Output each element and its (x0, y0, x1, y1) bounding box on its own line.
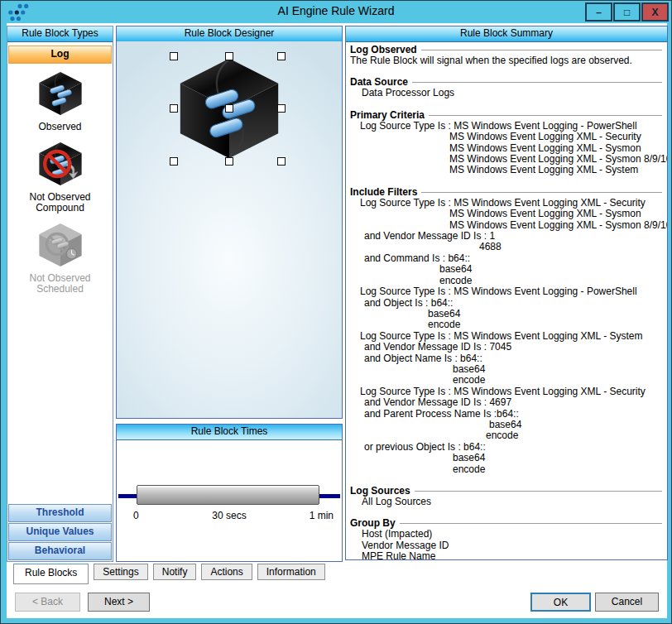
wizard-tabs: Rule Blocks Settings Notify Actions Info… (13, 564, 325, 584)
maximize-button[interactable]: □ (613, 2, 641, 22)
rule-block-summary-panel: Rule Block Summary Log ObservedThe Rule … (345, 26, 668, 560)
time-tick-1min: 1 min (310, 510, 334, 521)
summary-section-title: Include Filters (350, 187, 662, 198)
log-not-observed-scheduled-cube-icon (36, 221, 84, 269)
selection-handle-top-center[interactable] (225, 52, 233, 60)
summary-line: Data Processor Logs (350, 88, 662, 98)
summary-line: Host (Impacted) (350, 529, 662, 540)
type-item-observed[interactable]: Observed (22, 70, 98, 132)
summary-line: MS Windows Event Logging XML - System (350, 165, 662, 175)
designer-canvas[interactable] (117, 41, 342, 418)
summary-line: and Vendor Message ID Is : 1 (350, 231, 662, 242)
type-item-label: Not Observed Compound (22, 192, 98, 214)
threshold-group-button[interactable]: Threshold (8, 504, 112, 522)
minimize-button[interactable]: – (585, 2, 612, 22)
summary-line: base64 (350, 264, 662, 275)
summary-line: and Object Name Is : b64:: (350, 353, 662, 364)
rule-block-types-panel: Rule Block Types Log Observed Not Observ… (7, 26, 113, 562)
summary-line: Log Source Type Is : MS Windows Event Lo… (350, 198, 662, 209)
summary-section: Log SourcesAll Log Sources (350, 486, 662, 507)
type-item-not-observed-compound[interactable]: Not Observed Compound (22, 140, 98, 214)
summary-line: encode (350, 464, 662, 475)
summary-line: and Parent Process Name Is :b64:: (350, 409, 662, 420)
summary-line: MS Windows Event Logging XML - Sysmon (350, 143, 662, 154)
time-slider-range-bar[interactable] (137, 485, 319, 505)
tab-information[interactable]: Information (257, 564, 325, 580)
summary-section: Include FiltersLog Source Type Is : MS W… (350, 187, 662, 475)
type-item-label: Not Observed Scheduled (22, 273, 98, 295)
rule-block-designer-header: Rule Block Designer (117, 26, 342, 42)
rule-block-times-panel: Rule Block Times 0 30 secs 1 min (116, 424, 343, 562)
selection-handle-bottom-center[interactable] (225, 157, 233, 166)
summary-line: and Command Is : b64:: (350, 253, 662, 264)
summary-line: and Vendor Message ID Is : 4697 (350, 397, 662, 408)
summary-line: MS Windows Event Logging XML - Sysmon 8/… (350, 220, 662, 231)
summary-line: and Object Is : b64:: (350, 298, 662, 309)
type-item-label: Observed (22, 122, 98, 132)
selection-handle-top-right[interactable] (277, 52, 286, 60)
selection-handle-bottom-left[interactable] (170, 157, 178, 166)
log-observed-cube-icon (36, 70, 84, 118)
selection-handle-middle-left[interactable] (170, 104, 178, 113)
selection-handle-middle-center[interactable] (225, 104, 233, 113)
selection-handle-top-left[interactable] (170, 52, 178, 60)
summary-line: All Log Sources (350, 497, 662, 507)
tab-rule-blocks[interactable]: Rule Blocks (13, 564, 89, 584)
ai-engine-rule-wizard-window: AI Engine Rule Wizard – □ X Rule Block T… (0, 0, 672, 624)
selection-handle-bottom-right[interactable] (277, 157, 286, 166)
summary-line: base64 (350, 420, 662, 430)
summary-line: Vendor Message ID (350, 540, 662, 551)
title-bar: AI Engine Rule Wizard – □ X (1, 1, 671, 23)
summary-section: Log ObservedThe Rule Block will signal w… (350, 45, 662, 66)
unique-values-group-button[interactable]: Unique Values (8, 523, 112, 541)
summary-line: encode (350, 319, 662, 330)
summary-line: The Rule Block will signal when the spec… (350, 55, 662, 66)
summary-line: encode (350, 276, 662, 286)
summary-section: Data SourceData Processor Logs (350, 77, 662, 98)
rule-block-times-header: Rule Block Times (117, 425, 342, 440)
back-button[interactable]: < Back (15, 593, 80, 612)
summary-line: base64 (350, 364, 662, 375)
rule-block-types-header: Rule Block Types (7, 26, 113, 42)
summary-line: base64 (350, 309, 662, 319)
cancel-button[interactable]: Cancel (595, 593, 659, 612)
ok-button[interactable]: OK (530, 593, 591, 612)
selection-handle-middle-right[interactable] (277, 104, 286, 113)
summary-line: MS Windows Event Logging XML - Sysmon (350, 209, 662, 219)
window-title: AI Engine Rule Wizard (1, 4, 671, 17)
summary-section-title: Primary Criteria (350, 110, 662, 121)
summary-line: Log Source Type Is : MS Windows Event Lo… (350, 386, 662, 397)
log-group-button[interactable]: Log (8, 46, 112, 64)
summary-content: Log ObservedThe Rule Block will signal w… (346, 41, 667, 559)
summary-line: Log Source Type Is : MS Windows Event Lo… (350, 331, 662, 342)
summary-line: base64 (350, 453, 662, 463)
summary-line: Log Source Type Is : MS Windows Event Lo… (350, 121, 662, 132)
log-not-observed-compound-cube-icon (36, 140, 84, 188)
summary-line: MS Windows Event Logging XML - Sysmon 8/… (350, 154, 662, 165)
tab-actions[interactable]: Actions (201, 564, 252, 580)
summary-section: Group ByHost (Impacted)Vendor Message ID… (350, 518, 662, 559)
summary-line: encode (350, 430, 662, 441)
rule-block-summary-header: Rule Block Summary (346, 26, 667, 42)
next-button[interactable]: Next > (88, 593, 150, 612)
rule-block-designer-panel: Rule Block Designer (116, 26, 343, 419)
type-item-not-observed-scheduled: Not Observed Scheduled (22, 221, 98, 295)
close-button[interactable]: X (641, 2, 669, 22)
summary-line: and Vendor Message ID Is : 7045 (350, 342, 662, 353)
wizard-content: Rule Block Types Log Observed Not Observ… (7, 23, 667, 618)
behavioral-group-button[interactable]: Behavioral (8, 542, 112, 560)
summary-section: Primary CriteriaLog Source Type Is : MS … (350, 110, 662, 176)
summary-line: Log Source Type Is : MS Windows Event Lo… (350, 286, 662, 297)
summary-line: MS Windows Event Logging XML - Security (350, 132, 662, 142)
tab-notify[interactable]: Notify (153, 564, 197, 580)
summary-line: MPE Rule Name (350, 551, 662, 559)
tab-settings[interactable]: Settings (94, 564, 147, 580)
summary-line: 4688 (350, 242, 662, 252)
summary-line: or previous Object Is : b64:: (350, 442, 662, 453)
window-controls: – □ X (584, 2, 669, 22)
time-tick-30secs: 30 secs (117, 510, 342, 521)
middle-column: Rule Block Designer Rule Block Times (116, 26, 343, 562)
log-type-list: Observed Not Observed Compound Not Obser… (7, 64, 113, 504)
summary-line: encode (350, 375, 662, 386)
